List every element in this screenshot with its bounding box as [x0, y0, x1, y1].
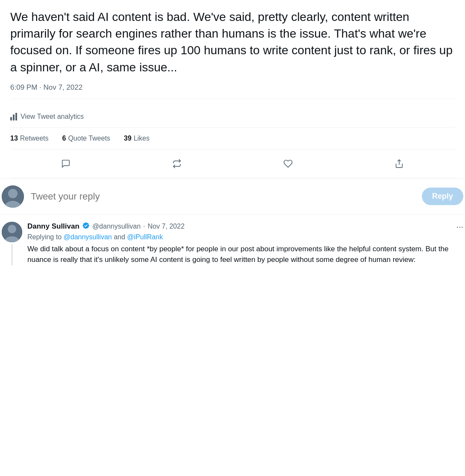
thread-line	[12, 244, 12, 265]
heart-icon	[283, 159, 293, 168]
reply-tweet: Danny Sullivan @dannysullivan · Nov 7, 2…	[0, 215, 465, 272]
more-options-button[interactable]: ···	[456, 222, 463, 232]
reply-dot: ·	[143, 223, 145, 230]
reply-tweet-left	[2, 222, 22, 265]
reply-text-input[interactable]	[31, 191, 415, 202]
svg-point-2	[8, 189, 18, 198]
retweet-icon	[172, 159, 182, 168]
retweet-action-button[interactable]	[166, 153, 188, 174]
reply-tweet-content: Danny Sullivan @dannysullivan · Nov 7, 2…	[27, 222, 463, 265]
reply-tweet-header: Danny Sullivan @dannysullivan · Nov 7, 2…	[27, 222, 463, 232]
reply-tweet-text: We did talk about a focus on content *by…	[27, 244, 463, 265]
reply-author-handle: @dannysullivan	[92, 223, 141, 230]
reply-author-name[interactable]: Danny Sullivan	[27, 222, 79, 231]
share-action-button[interactable]	[388, 153, 410, 174]
reply-avatar-image	[2, 222, 22, 242]
analytics-icon	[10, 113, 17, 120]
retweets-count: 13	[10, 135, 18, 142]
likes-stat[interactable]: 39 Likes	[124, 135, 150, 142]
likes-count: 39	[124, 135, 132, 142]
svg-point-5	[8, 225, 16, 233]
tweet-stats: 13 Retweets 6 Quote Tweets 39 Likes	[10, 128, 455, 150]
like-action-button[interactable]	[277, 153, 299, 174]
quote-tweets-stat[interactable]: 6 Quote Tweets	[62, 135, 110, 142]
likes-label: Likes	[134, 135, 150, 142]
share-icon	[394, 159, 404, 168]
quote-tweets-label: Quote Tweets	[68, 135, 110, 142]
reply-timestamp: Nov 7, 2022	[148, 223, 185, 230]
reply-author-avatar[interactable]	[2, 222, 22, 242]
comment-icon	[61, 159, 71, 168]
tweet-timestamp: 6:09 PM · Nov 7, 2022	[10, 83, 455, 99]
replying-to-text: Replying to @dannysullivan and @iPullRan…	[27, 233, 463, 241]
retweets-label: Retweets	[20, 135, 49, 142]
tweet-text: We haven't said AI content is bad. We've…	[10, 9, 455, 76]
reply-submit-button[interactable]: Reply	[422, 188, 463, 205]
avatar-silhouette	[2, 185, 24, 208]
tweet-actions	[10, 150, 455, 178]
current-user-avatar	[2, 185, 24, 208]
reply-input-area: Reply	[0, 179, 465, 215]
replying-to-handle1-link[interactable]: @dannysullivan	[64, 233, 112, 241]
view-analytics-button[interactable]: View Tweet analytics	[10, 106, 455, 128]
analytics-label: View Tweet analytics	[21, 113, 84, 120]
replying-to-handle2-link[interactable]: @iPullRank	[127, 233, 163, 241]
verified-badge-icon	[82, 222, 90, 231]
reply-action-button[interactable]	[55, 153, 77, 174]
quote-tweets-count: 6	[62, 135, 66, 142]
retweets-stat[interactable]: 13 Retweets	[10, 135, 49, 142]
